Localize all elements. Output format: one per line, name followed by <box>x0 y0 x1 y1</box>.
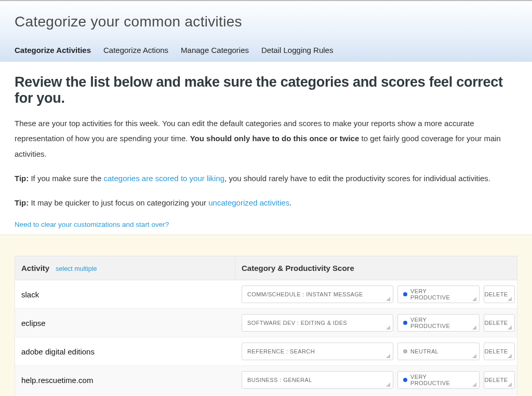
activity-cell: help.rescuetime.com <box>15 366 235 394</box>
intro-paragraph-2: Tip: If you make sure the categories are… <box>15 171 517 186</box>
intro-paragraph-3: Tip: It may be quicker to just focus on … <box>15 195 517 210</box>
link-select-multiple[interactable]: select multiple <box>56 265 97 272</box>
score-value: VERY PRODUCTIVE <box>410 317 468 329</box>
category-value: BUSINESS : GENERAL <box>247 377 312 383</box>
chevron-down-icon <box>508 325 512 330</box>
score-value: VERY PRODUCTIVE <box>410 374 468 386</box>
intro-paragraph-1: These are your top activities for this w… <box>15 116 517 161</box>
link-categories-scored[interactable]: categories are scored to your liking <box>103 174 224 183</box>
category-dropdown[interactable]: SOFTWARE DEV : EDITING & IDES <box>242 314 393 332</box>
table-row: help.rescuetime.comBUSINESS : GENERALVER… <box>15 366 517 394</box>
tip-label: Tip: <box>15 198 29 207</box>
activity-name: eclipse <box>21 319 46 327</box>
table-region: Activity select multiple Category & Prod… <box>0 235 532 396</box>
activity-cell: adobe digital editions <box>15 337 235 365</box>
activity-header-label: Activity <box>21 264 49 272</box>
chevron-down-icon <box>472 383 476 387</box>
activity-name: adobe digital editions <box>21 347 95 356</box>
intro-p2-text-a: If you make sure the <box>29 174 103 183</box>
score-dropdown[interactable]: VERY PRODUCTIVE <box>397 314 480 332</box>
category-dropdown[interactable]: BUSINESS : GENERAL <box>242 371 393 389</box>
tab-manage-categories[interactable]: Manage Categories <box>181 42 249 62</box>
score-value: VERY PRODUCTIVE <box>410 288 468 301</box>
intro-p1-bold: You should only have to do this once or … <box>190 134 360 143</box>
chevron-down-icon <box>508 297 512 301</box>
delete-label: DELETE <box>484 348 508 354</box>
score-dot-icon <box>403 378 407 382</box>
delete-button[interactable]: DELETE <box>484 314 515 332</box>
delete-button[interactable]: DELETE <box>484 371 515 389</box>
table-row: eclipseSOFTWARE DEV : EDITING & IDESVERY… <box>15 309 517 337</box>
tip-label: Tip: <box>15 174 29 183</box>
chevron-down-icon <box>508 383 512 387</box>
score-dropdown[interactable]: NEUTRAL <box>397 343 480 360</box>
category-dropdown[interactable]: REFERENCE : SEARCH <box>242 343 393 360</box>
intro-content: Review the list below and make sure the … <box>0 62 532 235</box>
controls-cell: COMM/SCHEDULE : INSTANT MESSAGEVERY PROD… <box>235 280 521 308</box>
intro-p3-text-a: It may be quicker to just focus on categ… <box>29 198 208 207</box>
category-value: REFERENCE : SEARCH <box>247 348 315 354</box>
score-dot-icon <box>403 349 407 353</box>
tabs: Categorize Activities Categorize Actions… <box>15 42 517 62</box>
chevron-down-icon <box>472 325 476 330</box>
delete-button[interactable]: DELETE <box>484 285 515 303</box>
chevron-down-icon <box>386 383 390 387</box>
score-dropdown[interactable]: VERY PRODUCTIVE <box>397 371 480 389</box>
intro-p2-text-b: , you should rarely have to edit the pro… <box>224 174 490 183</box>
score-value: NEUTRAL <box>410 348 438 354</box>
tab-categorize-actions[interactable]: Categorize Actions <box>103 42 168 62</box>
intro-heading: Review the list below and make sure the … <box>15 74 517 106</box>
table-row: slackCOMM/SCHEDULE : INSTANT MESSAGEVERY… <box>15 280 517 309</box>
delete-label: DELETE <box>484 377 508 383</box>
chevron-down-icon <box>386 325 390 330</box>
category-dropdown[interactable]: COMM/SCHEDULE : INSTANT MESSAGE <box>242 285 393 303</box>
chevron-down-icon <box>472 354 476 358</box>
intro-p3-text-b: . <box>289 198 291 207</box>
column-header-score: Category & Productivity Score <box>235 256 517 280</box>
tab-categorize-activities[interactable]: Categorize Activities <box>15 42 91 62</box>
chevron-down-icon <box>386 297 390 301</box>
chevron-down-icon <box>508 354 512 358</box>
controls-cell: SOFTWARE DEV : EDITING & IDESVERY PRODUC… <box>235 309 521 337</box>
activity-cell: slack <box>15 280 235 308</box>
header-region: Categorize your common activities Catego… <box>0 0 532 62</box>
controls-cell: BUSINESS : GENERALVERY PRODUCTIVEDELETE <box>235 366 521 394</box>
page-title: Categorize your common activities <box>15 13 517 30</box>
table-row: adobe digital editionsREFERENCE : SEARCH… <box>15 337 517 366</box>
column-header-activity: Activity select multiple <box>15 256 235 280</box>
chevron-down-icon <box>472 297 476 301</box>
table-header: Activity select multiple Category & Prod… <box>15 256 517 280</box>
tab-detail-logging-rules[interactable]: Detail Logging Rules <box>261 42 333 62</box>
delete-label: DELETE <box>484 320 508 326</box>
delete-label: DELETE <box>484 291 508 297</box>
activity-cell: eclipse <box>15 309 235 337</box>
category-value: COMM/SCHEDULE : INSTANT MESSAGE <box>247 291 363 297</box>
link-uncategorized-activities[interactable]: uncategorized activities <box>208 198 289 207</box>
controls-cell: REFERENCE : SEARCHNEUTRALDELETE <box>235 337 521 365</box>
score-dot-icon <box>403 292 407 296</box>
delete-button[interactable]: DELETE <box>484 343 515 360</box>
activities-table: Activity select multiple Category & Prod… <box>15 256 517 396</box>
link-clear-customizations[interactable]: Need to clear your customizations and st… <box>15 221 169 228</box>
category-value: SOFTWARE DEV : EDITING & IDES <box>247 320 347 326</box>
score-dot-icon <box>403 321 407 325</box>
activity-name: slack <box>21 290 39 299</box>
score-dropdown[interactable]: VERY PRODUCTIVE <box>397 285 480 303</box>
activity-name: help.rescuetime.com <box>21 376 93 385</box>
chevron-down-icon <box>386 354 390 358</box>
